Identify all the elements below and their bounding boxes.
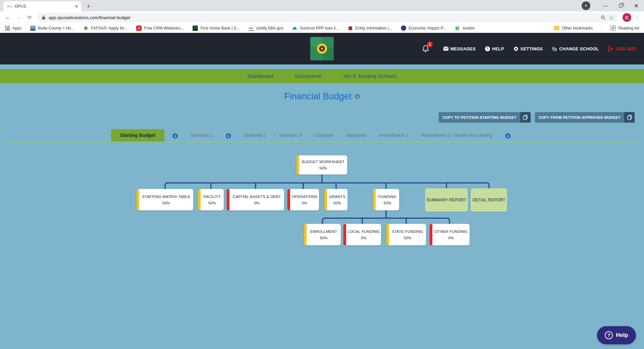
tree-node-capital-assets-debt[interactable]: CAPITAL ASSETS & DEBT 0% — [227, 189, 284, 210]
tab-close-icon[interactable]: ✕ — [74, 4, 78, 9]
logo-plus-glyph: + — [37, 34, 42, 43]
bookmark-entity-info[interactable]: Entity Information |... — [347, 26, 392, 31]
browser-tab[interactable]: OPUS OPUS ✕ — [3, 1, 81, 11]
logout-button[interactable]: LOG OUT — [608, 46, 636, 51]
tab-approved[interactable]: Approved — [346, 133, 366, 142]
browser-profile-avatar[interactable]: C — [623, 13, 631, 22]
avolon-icon — [455, 26, 460, 31]
tab-scenario-3[interactable]: Scenario 3 — [279, 133, 302, 142]
status-stripe — [304, 224, 307, 245]
tree-node-local-funding[interactable]: LOCAL FUNDING 0% — [343, 224, 381, 245]
bank-icon — [193, 26, 198, 31]
browser-tab-strip: OPUS OPUS ✕ + ▼ — ✕ — [0, 0, 644, 11]
window-close-button[interactable]: ✕ — [629, 0, 644, 11]
help-fab-button[interactable]: ? Help — [597, 326, 636, 344]
status-stripe — [373, 189, 376, 210]
address-bar[interactable]: app.opusedsolutions.com/financial-budget… — [38, 13, 618, 22]
photo-icon — [30, 26, 36, 31]
bookmark-economic-impact[interactable]: Economic Impact P... — [401, 26, 446, 31]
status-stripe — [137, 189, 139, 210]
subnav-link-documents[interactable]: Documents — [295, 73, 321, 79]
notification-badge: 1 — [427, 42, 433, 47]
copy-icon — [624, 112, 635, 122]
entity-icon — [347, 26, 353, 31]
bookmark-star-icon[interactable]: ☆ — [609, 14, 614, 21]
opus-logo[interactable]: OP+uS — [6, 38, 58, 54]
reload-icon[interactable]: ⟳ — [25, 13, 34, 22]
tree-node-staffing-matrix-table[interactable]: STAFFING MATRIX TABLE 50% — [137, 189, 193, 210]
status-stripe — [287, 189, 290, 210]
tree-node-operations[interactable]: OPERATIONS 0% — [287, 189, 319, 210]
forward-icon[interactable]: → — [14, 13, 23, 22]
tree-node-summary-report[interactable]: SUMMARY REPORT — [425, 188, 468, 212]
tab-compare[interactable]: Compare — [314, 133, 334, 142]
bookmark-first-home-bank[interactable]: First Home Bank | S... — [193, 26, 239, 31]
cloud-icon — [292, 26, 298, 31]
school-logo-sunflower[interactable] — [310, 37, 334, 60]
bookmark-avolon[interactable]: Avolon — [455, 26, 475, 31]
tab-info-icon[interactable]: i — [226, 133, 231, 139]
sba-icon: SBA — [249, 26, 254, 31]
tab-info-icon[interactable]: i — [505, 133, 511, 139]
tree-node-funding[interactable]: FUNDING 50% — [373, 189, 399, 210]
new-tab-button[interactable]: + — [84, 2, 93, 11]
back-icon[interactable]: ← — [3, 13, 13, 22]
title-info-icon[interactable]: i — [355, 94, 360, 99]
tree-node-budget-worksheet[interactable]: BUDGET WORKSHEET 50% — [297, 155, 347, 174]
tab-amendment-2[interactable]: Amendment 2 / Month end closing — [421, 133, 492, 142]
tab-scenario-1[interactable]: Scenario 1 — [191, 133, 213, 142]
help-button[interactable]: ? HELP — [485, 46, 504, 51]
bookmark-fafsa[interactable]: FAFSA®: Apply for... — [83, 26, 128, 31]
status-stripe — [297, 155, 299, 174]
messages-button[interactable]: MESSAGES — [443, 46, 476, 51]
bookmark-apps[interactable]: Apps — [5, 26, 21, 31]
bookmark-certify-sba[interactable]: SBA certify.SBA.gov — [249, 26, 283, 31]
tree-node-enrollment[interactable]: ENROLLMENT 50% — [304, 224, 341, 245]
apps-grid-icon — [5, 26, 10, 31]
notifications-button[interactable]: 1 — [422, 45, 429, 53]
tab-scenario-2[interactable]: Scenario 2 — [244, 133, 266, 142]
status-stripe — [227, 189, 229, 210]
tab-amendment-1[interactable]: Amendment 1 — [379, 133, 408, 142]
window-minimize-button[interactable]: — — [598, 0, 613, 11]
browser-url-row: ← → ⟳ app.opusedsolutions.com/financial-… — [0, 11, 644, 23]
copy-from-petition-approved-budget-button[interactable]: COPY FROM PETITION APPROVED BUDGET — [535, 112, 635, 122]
bookmark-suntrust[interactable]: Suntrust PPP loan li... — [292, 26, 339, 31]
other-bookmarks-button[interactable]: Other bookmarks — [554, 26, 593, 31]
copy-to-petition-starting-budget-button[interactable]: COPY TO PETITION STARTING BUDGET — [439, 112, 530, 122]
envelope-icon — [443, 47, 448, 51]
bookmarks-bar: Apps Butte County > Ho... FAFSA®: Apply … — [0, 23, 644, 33]
tree-node-grants[interactable]: GRANTS 50% — [324, 189, 347, 210]
media-controls-icon[interactable]: ▼ — [582, 1, 590, 10]
subnav-link-dashboard[interactable]: Dashboard — [248, 73, 273, 79]
browser-menu-icon[interactable]: ⋮ — [634, 14, 641, 20]
tab-info-icon[interactable]: i — [172, 133, 178, 139]
question-circle-icon: ? — [485, 46, 490, 51]
tree-node-facility[interactable]: FACILITY 50% — [198, 189, 224, 210]
settings-button[interactable]: SETTINGS — [514, 46, 543, 51]
bookmark-free-crm[interactable]: Z Free CRM Webinars... — [136, 26, 184, 31]
page-title: Financial Budget — [284, 91, 352, 102]
tab-starting-budget[interactable]: Starting Budget — [111, 129, 164, 142]
bookmark-butte-county[interactable]: Butte County > Ho... — [30, 26, 74, 31]
zoho-icon: Z — [136, 26, 142, 31]
gear-icon — [514, 46, 519, 51]
help-question-icon: ? — [605, 331, 613, 339]
opus-favicon: OPUS — [7, 4, 12, 9]
zoom-icon[interactable] — [601, 15, 606, 20]
tree-node-state-funding[interactable]: STATE FUNDING 50% — [386, 224, 426, 245]
main-content: Financial Budget i COPY TO PETITION STAR… — [0, 83, 644, 349]
tree-node-detail-report[interactable]: DETAIL REPORT — [471, 188, 507, 212]
fafsa-icon — [83, 26, 89, 31]
header-gap — [0, 64, 644, 69]
change-school-button[interactable]: CHANGE SCHOOL — [552, 46, 599, 51]
tree-node-other-funding[interactable]: OTHER FUNDING 0% — [430, 224, 470, 245]
window-restore-button[interactable] — [613, 0, 629, 11]
folder-icon — [554, 27, 559, 30]
svg-text:?: ? — [486, 47, 488, 51]
browser-tab-title: OPUS — [15, 4, 72, 9]
subnav-link-act3[interactable]: Act 3: Existing Schools — [343, 73, 396, 79]
economic-icon — [401, 26, 406, 31]
reading-list-button[interactable]: Reading list — [610, 26, 639, 31]
logout-icon — [608, 46, 613, 51]
